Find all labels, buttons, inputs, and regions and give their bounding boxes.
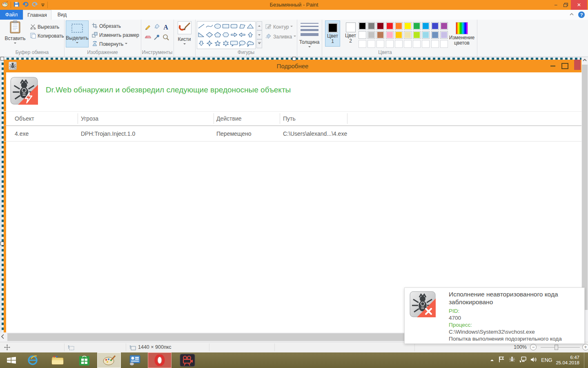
palette-empty-cell[interactable] <box>431 40 439 48</box>
show-hidden-icons-button[interactable] <box>490 357 494 364</box>
color-picker-tool[interactable] <box>154 34 160 42</box>
palette-color-#EFE4B0[interactable] <box>404 31 412 39</box>
color2-button[interactable]: Цвет 2 <box>343 20 358 47</box>
taskbar-file-explorer[interactable] <box>48 352 67 368</box>
rotate-button[interactable]: Повернуть <box>92 40 127 48</box>
magnifier-tool[interactable] <box>163 34 169 42</box>
shape-diamond[interactable] <box>205 31 214 38</box>
shape-callout-cloud[interactable] <box>246 40 254 47</box>
resize-button[interactable]: Изменить размер <box>92 31 139 39</box>
shape-hexagon[interactable] <box>222 31 230 38</box>
palette-empty-cell[interactable] <box>386 40 394 48</box>
tab-home[interactable]: Главная <box>23 10 51 20</box>
fill-tool[interactable] <box>154 23 160 31</box>
shape-right-triangle[interactable] <box>197 31 205 38</box>
palette-color-#00A2E8[interactable] <box>422 22 430 30</box>
drweb-notification[interactable]: Исполнение неавторизованного кода заблок… <box>404 287 585 344</box>
shape-triangle[interactable] <box>246 23 254 29</box>
shape-fill-button[interactable]: Заливка <box>265 33 296 41</box>
crop-button[interactable]: Обрезать <box>92 22 121 30</box>
copy-button[interactable]: Копировать <box>30 32 64 40</box>
taskbar-internet-explorer[interactable] <box>24 352 42 368</box>
palette-empty-cell[interactable] <box>422 40 430 48</box>
drweb-maximize-icon[interactable] <box>561 63 568 69</box>
shape-callout-oval[interactable] <box>238 40 246 47</box>
selection-handle-topleft[interactable] <box>0 57 4 61</box>
shape-star-4[interactable] <box>205 40 214 47</box>
shape-pentagon[interactable] <box>214 31 222 38</box>
palette-color-#000000[interactable] <box>359 22 366 30</box>
palette-empty-cell[interactable] <box>413 40 421 48</box>
palette-color-#FFAEC9[interactable] <box>386 31 394 39</box>
shape-star-5[interactable] <box>214 40 222 47</box>
palette-color-#ED1C24[interactable] <box>386 22 394 30</box>
taskbar-store[interactable] <box>75 352 93 368</box>
action-center-flag-icon[interactable] <box>498 356 505 364</box>
show-desktop-button[interactable] <box>584 352 586 368</box>
shape-ellipse[interactable] <box>214 23 222 29</box>
palette-color-#FF7F27[interactable] <box>395 22 403 30</box>
cut-button[interactable]: Вырезать <box>30 23 59 31</box>
minimize-button[interactable]: – <box>550 0 561 10</box>
palette-empty-cell[interactable] <box>404 40 412 48</box>
drweb-close-icon[interactable] <box>574 60 581 70</box>
volume-icon[interactable] <box>530 357 537 364</box>
close-button[interactable]: ✕ <box>571 0 587 10</box>
paste-button[interactable]: Вставить <box>3 20 27 45</box>
selection-handle-topmiddle[interactable] <box>292 57 296 61</box>
palette-color-#A349A4[interactable] <box>440 22 448 30</box>
palette-color-#B5E61D[interactable] <box>413 31 421 39</box>
palette-empty-cell[interactable] <box>368 40 375 48</box>
palette-color-#FFFFFF[interactable] <box>359 31 366 39</box>
network-icon[interactable] <box>519 357 527 364</box>
language-indicator[interactable]: ENG <box>541 357 552 363</box>
brushes-button[interactable]: Кисти <box>176 20 193 46</box>
palette-color-#FFF200[interactable] <box>404 22 412 30</box>
drweb-minimize-icon[interactable] <box>550 65 555 67</box>
vertical-scroll-thumb[interactable] <box>582 65 588 310</box>
restore-button[interactable] <box>560 0 571 10</box>
palette-color-#C8BFE7[interactable] <box>440 31 448 39</box>
tab-file[interactable]: Файл <box>0 10 23 20</box>
start-button[interactable] <box>2 352 21 368</box>
taskbar-paint-active[interactable] <box>97 352 121 368</box>
palette-color-#880015[interactable] <box>376 22 384 30</box>
scroll-left-icon[interactable] <box>1 334 4 341</box>
edit-colors-button[interactable]: Изменение цветов <box>452 20 472 46</box>
palette-color-#FFC90E[interactable] <box>395 31 403 39</box>
shapes-scroll-down[interactable] <box>256 30 262 39</box>
help-button[interactable]: ? <box>578 11 585 18</box>
zoom-in-button[interactable]: + <box>582 344 588 350</box>
shape-callout-rounded[interactable] <box>230 40 238 47</box>
taskbar-display-settings[interactable] <box>126 352 144 368</box>
palette-color-#C3C3C3[interactable] <box>368 31 375 39</box>
shapes-scroll-up[interactable] <box>256 21 262 30</box>
palette-color-#99D9EA[interactable] <box>422 31 430 39</box>
shape-rectangle[interactable] <box>222 23 230 29</box>
shape-rounded-rectangle[interactable] <box>230 23 238 29</box>
color1-button[interactable]: Цвет 1 <box>325 20 340 47</box>
palette-color-#B97A57[interactable] <box>376 31 384 39</box>
shape-curve[interactable] <box>205 23 214 29</box>
threat-table-row[interactable]: 4.exeDPH:Trojan.Inject.1.0ПеремещеноC:\U… <box>4 126 581 141</box>
shape-arrow-down[interactable] <box>197 40 205 47</box>
palette-color-#7092BE[interactable] <box>431 31 439 39</box>
palette-color-#3F48CC[interactable] <box>431 22 439 30</box>
collapse-ribbon-button[interactable] <box>569 12 574 17</box>
zoom-slider-thumb[interactable] <box>555 345 558 350</box>
pencil-tool[interactable] <box>145 23 151 31</box>
zoom-slider-track[interactable] <box>541 347 580 348</box>
zoom-out-button[interactable]: − <box>530 344 537 350</box>
scroll-up-icon[interactable] <box>581 57 588 64</box>
taskbar-opera-active[interactable] <box>148 352 172 368</box>
shape-polygon[interactable] <box>238 23 246 29</box>
shape-arrow-right[interactable] <box>230 31 238 38</box>
tray-clock[interactable]: 6:47 25.04.2018 <box>556 355 579 366</box>
selection-handle-leftmiddle[interactable] <box>0 242 4 245</box>
shape-arrow-up[interactable] <box>246 31 254 38</box>
palette-empty-cell[interactable] <box>359 40 366 48</box>
palette-empty-cell[interactable] <box>395 40 403 48</box>
text-tool[interactable]: A <box>163 24 168 31</box>
shape-arrow-left[interactable] <box>238 31 246 38</box>
eraser-tool[interactable] <box>145 34 151 42</box>
